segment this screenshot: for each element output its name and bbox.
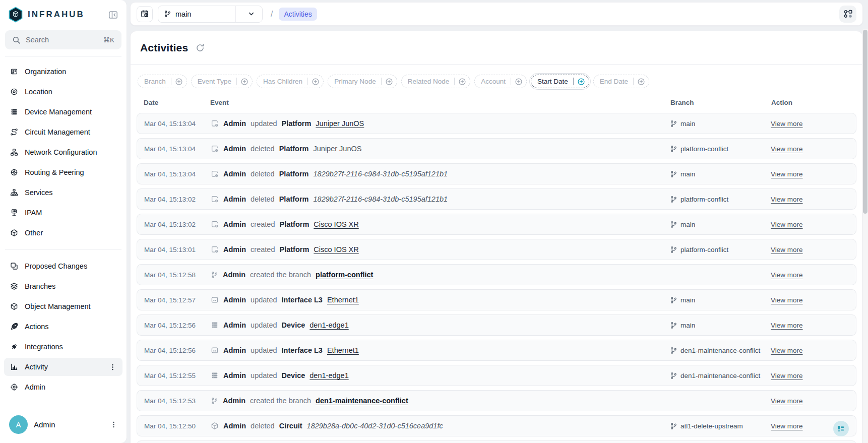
circle-plus-icon [382,78,397,86]
row-verb: updated [251,321,277,329]
sidebar-item-other[interactable]: Other [4,224,122,242]
row-object-name[interactable]: Ethernet1 [327,346,359,354]
sidebar-item-organization[interactable]: Organization [4,62,122,81]
search-input[interactable]: Search ⌘K [5,30,121,49]
sidebar-item-network-configuration[interactable]: Network Configuration [4,143,122,161]
view-more-link[interactable]: View more [771,246,803,254]
sidebar-item-device-management[interactable]: Device Management [4,103,122,121]
filter-chip-branch[interactable]: Branch [138,75,187,88]
row-object-name[interactable]: Cisco IOS XR [314,245,358,254]
sidebar-item-routing-peering[interactable]: Routing & Peering [4,163,122,181]
row-verb: created [251,220,275,228]
view-more-link[interactable]: View more [771,145,803,153]
platform-node-icon [211,119,219,128]
row-object-name[interactable]: Cisco IOS XR [314,220,358,228]
git-branch-icon [211,397,218,405]
view-more-link[interactable]: View more [771,170,803,178]
filter-chip-start-date[interactable]: Start Date [531,75,589,88]
kebab-icon[interactable] [109,363,116,371]
view-more-link[interactable]: View more [771,120,803,128]
breadcrumb-separator: / [271,10,273,19]
view-more-link[interactable]: View more [771,296,803,304]
row-branch: main [670,221,771,228]
row-actor: Admin [223,422,246,430]
branch-selector[interactable]: main [158,6,263,23]
sidebar-item-location[interactable]: Location [4,83,122,101]
row-object-name[interactable]: Juniper JunOS [316,119,364,128]
row-object-name[interactable]: den1-edge1 [309,371,348,379]
row-verb: created the branch [250,271,311,279]
activity-row-partial [137,440,856,443]
sidebar-item-admin[interactable]: Admin [4,378,122,396]
row-object-type: Interface L3 [282,346,323,354]
row-object-name[interactable]: Ethernet1 [327,296,359,304]
view-more-link[interactable]: View more [771,347,803,354]
filter-chip-event-type[interactable]: Event Type [191,75,253,88]
user-menu[interactable]: A Admin [4,412,122,437]
row-object-name[interactable]: den1-maintenance-conflict [316,397,408,405]
row-actor: Admin [223,296,246,304]
row-action: View more [771,195,849,204]
sidebar-item-label: Organization [25,68,116,76]
row-date: Mar 04, 15:13:04 [144,145,211,153]
kebab-icon[interactable] [110,421,117,428]
row-branch-name: main [680,296,695,304]
filter-chip-label: Start Date [531,78,573,85]
refresh-icon[interactable] [195,42,206,53]
sidebar-item-ipam[interactable]: IPAM [4,204,122,222]
row-action: View more [771,270,849,279]
platform-node-icon [211,170,219,178]
schema-icon[interactable] [839,6,856,23]
vertical-scrollbar[interactable] [862,29,868,443]
view-more-link[interactable]: View more [771,422,803,430]
sidebar-item-activity[interactable]: Activity [4,358,122,376]
view-more-link[interactable]: View more [771,271,803,279]
view-more-link[interactable]: View more [771,322,803,329]
column-header-event: Event [210,99,670,106]
sidebar-item-proposed-changes[interactable]: Proposed Changes [4,257,122,275]
filter-chip-has-children[interactable]: Has Children [257,75,324,88]
server-icon [10,108,18,116]
sidebar-item-actions[interactable]: Actions [4,318,122,336]
row-object-name: 1829b27f-2116-c984-31db-c5195af121b1 [314,170,448,178]
panel-left-collapse-icon[interactable] [106,8,119,21]
view-more-link[interactable]: View more [771,372,803,379]
row-event: AdminupdatedDeviceden1-edge1 [211,321,670,329]
scrollbar-thumb[interactable] [863,30,867,214]
row-verb: deleted [251,145,275,153]
view-more-link[interactable]: View more [771,196,803,203]
row-branch: platform-conflict [670,196,771,203]
circle-plus-icon [237,78,252,86]
filter-chip-end-date[interactable]: End Date [593,75,649,88]
git-branch-icon [670,246,677,254]
route-icon [10,128,18,136]
filter-chip-account[interactable]: Account [474,75,527,88]
sidebar-item-label: IPAM [25,209,116,217]
sidebar-item-circuit-management[interactable]: Circuit Management [4,123,122,141]
sidebar-item-object-management[interactable]: Object Management [4,297,122,315]
row-branch-name: atl1-delete-upstream [680,422,743,430]
filter-chip-primary-node[interactable]: Primary Node [328,75,397,88]
view-more-link[interactable]: View more [771,221,803,228]
row-object-name[interactable]: den1-edge1 [309,321,348,329]
row-verb: updated [251,346,277,354]
sidebar-item-label: Location [25,88,116,96]
row-object-type: Platform [279,245,309,254]
row-date: Mar 04, 15:13:04 [144,170,211,178]
circle-plus-icon [511,78,526,86]
row-date: Mar 04, 15:13:04 [144,120,211,128]
org-chart-icon [10,188,18,197]
row-object-type: Platform [282,119,312,128]
tree-widget-icon[interactable] [833,421,849,436]
calendar-clock-icon[interactable] [137,6,153,22]
row-object-name[interactable]: platform-conflict [316,271,373,279]
view-more-link[interactable]: View more [771,397,803,405]
breadcrumb-current[interactable]: Activities [279,8,317,21]
row-branch: platform-conflict [670,246,771,254]
sidebar-item-integrations[interactable]: Integrations [4,338,122,356]
filter-chip-related-node[interactable]: Related Node [401,75,471,88]
sidebar-item-services[interactable]: Services [4,183,122,202]
row-actor: Admin [223,119,246,128]
sidebar-item-branches[interactable]: Branches [4,277,122,295]
row-object-name: Juniper JunOS [314,145,362,153]
